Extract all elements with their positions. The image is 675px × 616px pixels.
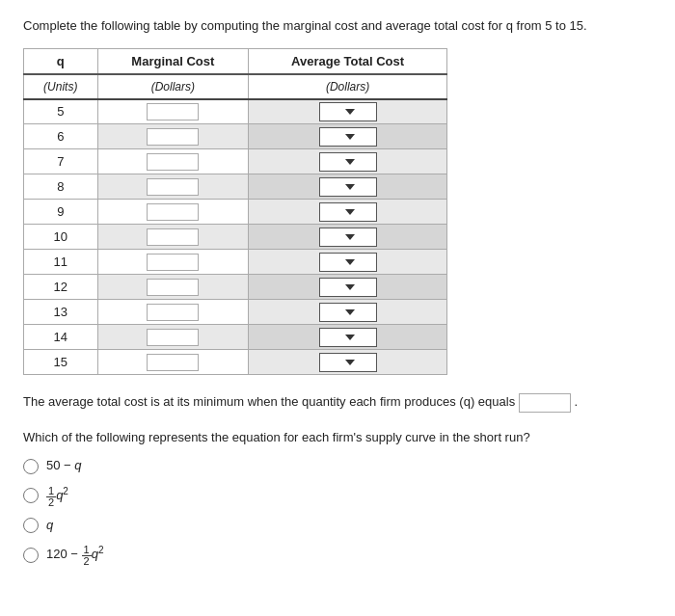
q-cell-5: 5 bbox=[24, 99, 98, 124]
mc-input-12[interactable] bbox=[147, 279, 199, 296]
mc-cell-13[interactable] bbox=[97, 300, 249, 325]
atc-dropdown-14[interactable] bbox=[319, 328, 377, 347]
min-atc-text-before: The average total cost is at its minimum… bbox=[23, 394, 515, 409]
atc-cell-9[interactable] bbox=[249, 200, 447, 225]
atc-dropdown-10[interactable] bbox=[319, 228, 377, 247]
atc-dropdown-13[interactable] bbox=[319, 303, 377, 322]
mc-input-6[interactable] bbox=[147, 128, 199, 146]
radio-option-opt1[interactable]: 50 − q bbox=[23, 456, 652, 476]
min-atc-line: The average total cost is at its minimum… bbox=[23, 392, 652, 413]
q-cell-8: 8 bbox=[24, 174, 98, 200]
mc-cell-9[interactable] bbox=[97, 200, 249, 225]
mc-cell-12[interactable] bbox=[97, 275, 249, 300]
instructions-text: Complete the following table by computin… bbox=[23, 17, 652, 35]
dropdown-arrow-icon bbox=[345, 259, 355, 265]
cost-table: q Marginal Cost Average Total Cost (Unit… bbox=[23, 48, 447, 375]
q-cell-9: 9 bbox=[24, 200, 98, 225]
atc-cell-13[interactable] bbox=[249, 300, 447, 325]
mc-input-8[interactable] bbox=[147, 178, 199, 196]
radio-option-opt3[interactable]: q bbox=[23, 516, 652, 536]
mc-cell-11[interactable] bbox=[97, 250, 249, 275]
mc-cell-10[interactable] bbox=[97, 225, 249, 250]
radio-opt2[interactable] bbox=[23, 488, 39, 503]
dropdown-arrow-icon bbox=[345, 360, 355, 365]
mc-cell-14[interactable] bbox=[97, 325, 249, 350]
q-cell-10: 10 bbox=[24, 225, 98, 250]
mc-input-11[interactable] bbox=[147, 254, 199, 271]
atc-dropdown-15[interactable] bbox=[319, 353, 377, 372]
col1-header: q bbox=[24, 49, 98, 74]
q-cell-6: 6 bbox=[24, 124, 98, 149]
atc-cell-8[interactable] bbox=[249, 174, 447, 200]
radio-option-opt2[interactable]: 12q2 bbox=[23, 484, 652, 507]
atc-cell-7[interactable] bbox=[249, 149, 447, 174]
q-cell-11: 11 bbox=[24, 250, 98, 275]
supply-question-text: Which of the following represents the eq… bbox=[23, 428, 652, 447]
label-opt1[interactable]: 50 − q bbox=[46, 456, 82, 476]
atc-cell-15[interactable] bbox=[249, 350, 447, 375]
atc-dropdown-7[interactable] bbox=[319, 152, 377, 172]
min-atc-input[interactable] bbox=[519, 393, 571, 413]
q-cell-14: 14 bbox=[24, 325, 98, 350]
dropdown-arrow-icon bbox=[345, 109, 355, 115]
dropdown-arrow-icon bbox=[345, 209, 355, 215]
label-opt2[interactable]: 12q2 bbox=[46, 484, 68, 507]
mc-cell-6[interactable] bbox=[97, 124, 249, 149]
atc-cell-14[interactable] bbox=[249, 325, 447, 350]
mc-input-7[interactable] bbox=[147, 153, 199, 171]
radio-option-opt4[interactable]: 120 − 12q2 bbox=[23, 543, 652, 566]
col3-subheader: (Dollars) bbox=[249, 74, 447, 99]
atc-cell-11[interactable] bbox=[249, 250, 447, 275]
col2-subheader: (Dollars) bbox=[97, 74, 249, 99]
atc-dropdown-9[interactable] bbox=[319, 202, 377, 222]
atc-cell-10[interactable] bbox=[249, 225, 447, 250]
radio-opt4[interactable] bbox=[23, 548, 39, 563]
atc-dropdown-6[interactable] bbox=[319, 127, 377, 147]
mc-cell-15[interactable] bbox=[97, 350, 249, 375]
mc-input-15[interactable] bbox=[147, 354, 199, 371]
radio-opt1[interactable] bbox=[23, 459, 39, 474]
min-atc-text-after: . bbox=[574, 394, 578, 409]
mc-input-9[interactable] bbox=[147, 203, 199, 221]
atc-cell-6[interactable] bbox=[249, 124, 447, 149]
atc-dropdown-12[interactable] bbox=[319, 278, 377, 297]
atc-dropdown-5[interactable] bbox=[319, 102, 377, 121]
dropdown-arrow-icon bbox=[345, 159, 355, 165]
atc-dropdown-11[interactable] bbox=[319, 253, 377, 272]
label-opt3[interactable]: q bbox=[46, 516, 53, 536]
col1-subheader: (Units) bbox=[24, 74, 98, 99]
dropdown-arrow-icon bbox=[345, 309, 355, 315]
atc-dropdown-8[interactable] bbox=[319, 177, 377, 197]
col2-header: Marginal Cost bbox=[97, 49, 249, 74]
atc-cell-5[interactable] bbox=[249, 99, 447, 124]
dropdown-arrow-icon bbox=[345, 335, 355, 340]
q-cell-12: 12 bbox=[24, 275, 98, 300]
label-opt4[interactable]: 120 − 12q2 bbox=[46, 543, 103, 566]
q-cell-13: 13 bbox=[24, 300, 98, 325]
mc-cell-8[interactable] bbox=[97, 174, 249, 200]
col3-header: Average Total Cost bbox=[249, 49, 447, 74]
mc-input-5[interactable] bbox=[147, 103, 199, 121]
dropdown-arrow-icon bbox=[345, 284, 355, 290]
radio-opt3[interactable] bbox=[23, 518, 39, 533]
mc-input-13[interactable] bbox=[147, 304, 199, 321]
mc-input-10[interactable] bbox=[147, 228, 199, 246]
dropdown-arrow-icon bbox=[345, 234, 355, 240]
mc-cell-7[interactable] bbox=[97, 149, 249, 174]
q-cell-15: 15 bbox=[24, 350, 98, 375]
dropdown-arrow-icon bbox=[345, 184, 355, 190]
dropdown-arrow-icon bbox=[345, 134, 355, 140]
q-cell-7: 7 bbox=[24, 149, 98, 174]
mc-cell-5[interactable] bbox=[97, 99, 249, 124]
atc-cell-12[interactable] bbox=[249, 275, 447, 300]
mc-input-14[interactable] bbox=[147, 329, 199, 346]
